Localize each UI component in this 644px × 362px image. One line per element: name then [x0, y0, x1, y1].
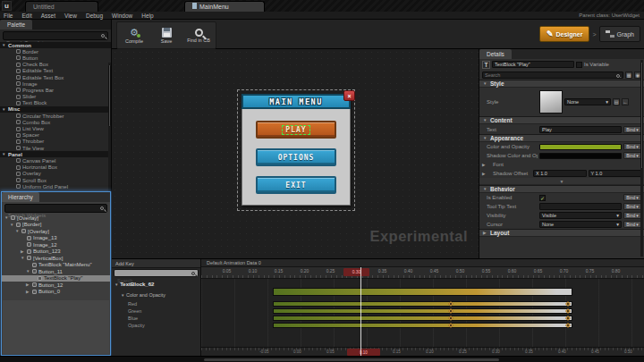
- shadow-offset-x-field[interactable]: X 1.0: [533, 170, 587, 177]
- timeline-ruler[interactable]: 0.05 0.10 0.15 0.20 0.25 0.30 0.35 0.40 …: [201, 267, 644, 279]
- dialog-close-button[interactable]: ×: [343, 90, 355, 101]
- tab-details[interactable]: Details: [479, 49, 512, 59]
- menu-debug[interactable]: Debug: [86, 13, 103, 19]
- timeline-group-name[interactable]: ▼ Color and Opacity: [121, 292, 165, 298]
- timeline-channel-label[interactable]: Opacity: [128, 322, 145, 329]
- playhead[interactable]: [360, 267, 361, 356]
- channel-gradient-bar[interactable]: [273, 308, 572, 314]
- section-content[interactable]: ▼ Content: [479, 116, 644, 124]
- keyframe-icon[interactable]: [448, 308, 453, 314]
- hierarchy-row[interactable]: Image_13: [2, 235, 110, 242]
- style-thumbnail[interactable]: [539, 90, 563, 114]
- shadow-color-swatch[interactable]: [539, 153, 622, 159]
- keyframe-icon[interactable]: [448, 323, 453, 328]
- timeline-channel-label[interactable]: Green: [128, 307, 145, 315]
- timeline-channel-label[interactable]: Red: [128, 300, 145, 307]
- graph-mode-button[interactable]: Graph: [599, 26, 640, 42]
- palette-row[interactable]: Throbber: [0, 139, 111, 145]
- hierarchy-row[interactable]: ▶ Button_123: [2, 248, 110, 256]
- color-bind-button[interactable]: Bind▾: [623, 143, 641, 150]
- keyframe-icon[interactable]: [565, 316, 571, 321]
- details-expander[interactable]: ▼: [479, 178, 644, 185]
- details-search-input[interactable]: [485, 72, 621, 78]
- keyframe-icon[interactable]: [565, 308, 571, 314]
- timeline-channel-label[interactable]: Blue: [128, 315, 145, 322]
- menu-asset[interactable]: Asset: [41, 13, 55, 19]
- tooltip-bind-button[interactable]: Bind▾: [623, 203, 641, 210]
- palette-row[interactable]: List View: [0, 125, 111, 131]
- keyframe-icon[interactable]: [565, 301, 571, 307]
- palette-row[interactable]: Canvas Panel: [0, 157, 111, 164]
- palette-row[interactable]: Editable Text Box: [0, 74, 111, 80]
- palette-row[interactable]: Progress Bar: [0, 87, 111, 93]
- palette-row[interactable]: ▼ Misc: [0, 106, 111, 113]
- timeline-range-ruler[interactable]: -0.05 0.00 0.05 0.10 0.15 0.20 0.25 0.30…: [201, 347, 644, 356]
- keyframe-icon[interactable]: [565, 323, 571, 328]
- add-key-button[interactable]: Add Key: [112, 259, 200, 268]
- animation-header[interactable]: Default Animation Data 0: [201, 259, 644, 267]
- text-value-input[interactable]: [542, 127, 619, 132]
- save-button[interactable]: Save: [151, 23, 182, 47]
- cursor-dropdown[interactable]: None▾: [539, 221, 622, 228]
- hierarchy-row[interactable]: ▼ [Border]: [2, 222, 110, 229]
- palette-row[interactable]: Spacer: [0, 132, 111, 139]
- color-opacity-summary-bar[interactable]: [273, 288, 572, 296]
- palette-row[interactable]: ▼ Common: [0, 42, 111, 48]
- main-menu-dialog[interactable]: MAIN MENU × PLAY OPTIONS EXIT: [242, 94, 351, 206]
- browse-asset-icon[interactable]: ▤: [613, 98, 620, 105]
- window-tab-mainmenu[interactable]: MainMenu: [184, 1, 265, 12]
- compile-button[interactable]: ▾⚙ Compile: [119, 23, 149, 47]
- text-bind-button[interactable]: Bind▾: [623, 126, 641, 133]
- palette-row[interactable]: Overlay: [0, 171, 111, 177]
- palette-row[interactable]: ▼ Panel: [0, 151, 111, 157]
- channel-gradient-bar[interactable]: [273, 323, 572, 328]
- palette-row[interactable]: Uniform Grid Panel: [0, 183, 111, 189]
- details-scrollbar[interactable]: [640, 60, 643, 257]
- hierarchy-row[interactable]: ▼ [Overlay]: [2, 215, 110, 222]
- designer-mode-button[interactable]: ✎ Designer: [539, 26, 590, 42]
- shadow-offset-y-field[interactable]: Y 1.0: [589, 170, 642, 177]
- palette-row[interactable]: Image: [0, 80, 111, 87]
- is-variable-checkbox[interactable]: [576, 62, 582, 68]
- window-tab-untitled[interactable]: Untitled: [25, 1, 98, 12]
- menu-window[interactable]: Window: [112, 13, 132, 19]
- hierarchy-row[interactable]: Image_12: [2, 241, 110, 248]
- play-button[interactable]: PLAY: [256, 121, 336, 139]
- palette-row[interactable]: Horizontal Box: [0, 164, 111, 171]
- row-arrow-icon[interactable]: ▶: [482, 163, 487, 167]
- exit-button[interactable]: EXIT: [256, 176, 336, 194]
- hierarchy-row[interactable]: ▶ Button_12: [2, 282, 110, 289]
- section-layout[interactable]: ▶ Layout: [479, 229, 644, 237]
- timeline-track-name[interactable]: ▼ TextBlock_62: [114, 282, 154, 287]
- palette-row[interactable]: Text Block: [0, 100, 111, 106]
- is-enabled-checkbox[interactable]: ✓: [539, 195, 546, 201]
- tooltip-input[interactable]: [542, 204, 619, 209]
- section-appearance[interactable]: ▼ Appearance: [479, 134, 644, 142]
- menu-edit[interactable]: Edit: [21, 13, 31, 19]
- tab-palette[interactable]: Palette: [0, 20, 32, 29]
- shadow-color-bind-button[interactable]: Bind▾: [623, 152, 641, 159]
- tab-hierarchy[interactable]: Hierarchy: [2, 192, 39, 202]
- hierarchy-row[interactable]: TextBlock "MainMenu": [2, 262, 110, 269]
- hierarchy-row[interactable]: ▶ Button_0: [2, 289, 110, 296]
- section-behavior[interactable]: ▼ Behavior: [479, 185, 644, 193]
- is-enabled-bind-button[interactable]: Bind▾: [623, 194, 641, 201]
- designer-canvas[interactable]: MAIN MENU × PLAY OPTIONS EXIT Experiment…: [112, 49, 479, 259]
- color-opacity-swatch[interactable]: [539, 144, 622, 150]
- palette-row[interactable]: Scroll Box: [0, 177, 111, 183]
- palette-row[interactable]: Button: [0, 55, 111, 61]
- hierarchy-row[interactable]: ▼ Button_11: [2, 268, 110, 275]
- palette-row[interactable]: Border: [0, 48, 111, 55]
- palette-scrollbar[interactable]: [108, 63, 111, 206]
- hierarchy-row[interactable]: ▼ [VerticalBox]: [2, 255, 110, 262]
- palette-row[interactable]: Circular Throbber: [0, 113, 111, 119]
- timeline-tracks[interactable]: [201, 279, 644, 347]
- palette-row[interactable]: Check Box: [0, 62, 111, 68]
- keyframe-icon[interactable]: [448, 316, 453, 321]
- find-in-cb-button[interactable]: Find in CB: [183, 23, 214, 47]
- section-style[interactable]: ▼ Style: [479, 80, 644, 88]
- row-arrow-icon[interactable]: ▶: [482, 172, 487, 176]
- hierarchy-row[interactable]: TextBlock "Play": [2, 275, 110, 282]
- palette-row[interactable]: Editable Text: [0, 68, 111, 74]
- palette-row[interactable]: Tile View: [0, 145, 111, 151]
